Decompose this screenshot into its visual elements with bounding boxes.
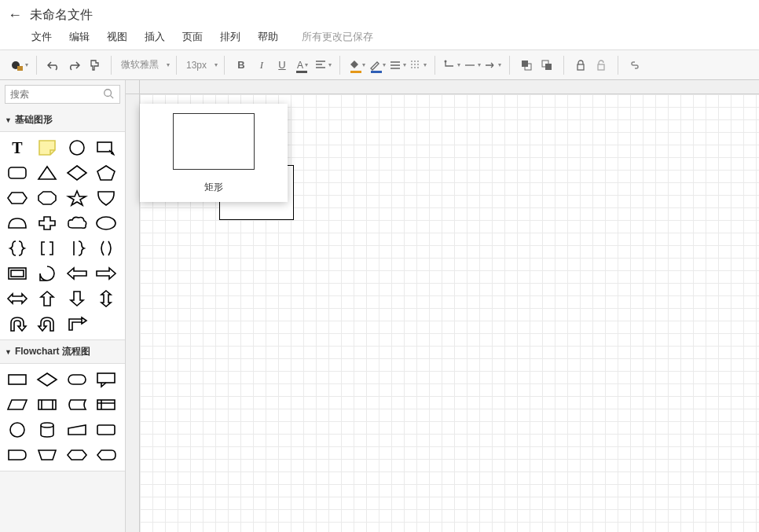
shape-text[interactable]: T [5, 138, 30, 157]
shape-octagon[interactable] [35, 189, 60, 207]
shape-uturn-left[interactable] [5, 314, 30, 333]
shape-data[interactable] [5, 395, 30, 414]
tooltip-rectangle-preview [173, 113, 255, 170]
shape-roundrect[interactable] [5, 163, 30, 182]
shape-star[interactable] [64, 189, 90, 207]
shape-triangle[interactable] [35, 163, 60, 182]
menu-help[interactable]: 帮助 [258, 30, 278, 44]
shape-terminator[interactable] [64, 370, 90, 389]
shape-cloud[interactable] [64, 214, 90, 233]
category-flowchart[interactable]: ▼ Flowchart 流程图 [0, 340, 125, 363]
shape-arrow-down[interactable] [64, 289, 90, 308]
shape-uturn-right[interactable] [35, 314, 60, 333]
link-button[interactable] [625, 55, 645, 75]
back-arrow-icon[interactable]: ← [8, 7, 22, 24]
shape-bracket[interactable] [35, 239, 60, 258]
menu-file[interactable]: 文件 [31, 30, 52, 44]
text-color-button[interactable]: A▾ [292, 55, 313, 75]
shape-arrow-right[interactable] [94, 264, 119, 283]
font-family-select[interactable] [118, 58, 165, 72]
shape-corner-arrow[interactable] [64, 314, 90, 333]
stroke-color-button[interactable]: ▾ [367, 55, 387, 75]
ruler-vertical[interactable] [126, 94, 140, 532]
shape-note[interactable] [35, 138, 60, 157]
lock-button[interactable] [570, 55, 591, 75]
shape-internal-storage[interactable] [94, 395, 119, 414]
toolbar-separator [111, 56, 112, 75]
menu-page[interactable]: 页面 [182, 30, 203, 44]
shape-arrow-updown[interactable] [94, 289, 119, 308]
shape-brace-single[interactable] [64, 239, 90, 258]
font-size-select[interactable] [183, 58, 213, 72]
text-align-button[interactable]: ▾ [313, 55, 333, 75]
shape-circle[interactable] [64, 138, 90, 157]
line-style-button[interactable]: ▾ [387, 55, 408, 75]
app-header: ← 未命名文件 文件 编辑 视图 插入 页面 排列 帮助 所有更改已保存 [0, 0, 759, 50]
connector-type-button[interactable]: ▾ [442, 55, 462, 75]
chevron-down-icon: ▾ [214, 61, 218, 68]
shape-arrow-left[interactable] [64, 264, 90, 283]
shape-cross[interactable] [35, 214, 60, 233]
bring-front-button[interactable] [516, 55, 537, 75]
toolbar: ▾ ▾ ▾ B I U A▾ ▾ ▾ ▾ ▾ ▾ ▾ ▾ ▾ [0, 50, 759, 80]
line-dash-button[interactable]: ▾ [408, 55, 428, 75]
undo-button[interactable] [43, 55, 64, 75]
category-basic-shapes[interactable]: ▼ 基础图形 [0, 108, 125, 131]
shape-insert-button[interactable]: ▾ [9, 55, 30, 75]
shape-ellipse[interactable] [94, 214, 119, 233]
category-label: 基础图形 [15, 113, 53, 127]
shape-manual-input[interactable] [64, 420, 90, 439]
chevron-down-icon: ▼ [5, 348, 12, 356]
shape-process[interactable] [5, 370, 30, 389]
bold-button[interactable]: B [231, 55, 251, 75]
shape-teardrop[interactable] [35, 264, 60, 283]
shape-manual-op[interactable] [35, 446, 60, 464]
shape-decision[interactable] [35, 370, 60, 389]
line-end-button[interactable]: ▾ [482, 55, 503, 75]
shape-card[interactable] [94, 420, 119, 439]
search-input[interactable] [5, 85, 120, 104]
shape-hexagon[interactable] [5, 189, 30, 207]
svg-rect-17 [9, 375, 26, 384]
shape-arrow-leftright[interactable] [5, 289, 30, 308]
format-painter-button[interactable] [84, 55, 104, 75]
underline-button[interactable]: U [272, 55, 292, 75]
shape-database[interactable] [35, 420, 60, 439]
menu-edit[interactable]: 编辑 [69, 30, 90, 44]
menu-insert[interactable]: 插入 [145, 30, 165, 44]
menu-arrange[interactable]: 排列 [220, 30, 240, 44]
svg-text:T: T [12, 139, 23, 156]
shape-display[interactable] [94, 446, 119, 464]
italic-button[interactable]: I [251, 55, 272, 75]
shape-diamond[interactable] [64, 163, 90, 182]
category-label: Flowchart 流程图 [15, 345, 90, 358]
send-back-button[interactable] [537, 55, 557, 75]
shape-connector-circle[interactable] [5, 420, 30, 439]
chevron-down-icon: ▾ [478, 61, 481, 68]
ruler-horizontal[interactable] [140, 80, 759, 94]
canvas[interactable]: 矩形 [140, 94, 759, 532]
shape-delay[interactable] [5, 446, 30, 464]
fill-color-button[interactable]: ▾ [346, 55, 367, 75]
unlock-button[interactable] [591, 55, 611, 75]
redo-button[interactable] [64, 55, 84, 75]
line-start-button[interactable]: ▾ [462, 55, 482, 75]
svg-point-11 [70, 141, 84, 155]
shape-arrow-up[interactable] [35, 289, 60, 308]
shape-pentagon[interactable] [94, 163, 119, 182]
shape-stored-data[interactable] [64, 395, 90, 414]
shape-trapezoid[interactable] [5, 214, 30, 233]
shape-preparation[interactable] [64, 446, 90, 464]
shape-shield[interactable] [94, 189, 119, 207]
shape-parens[interactable] [94, 239, 119, 258]
shape-predefined[interactable] [35, 395, 60, 414]
menu-bar: 文件 编辑 视图 插入 页面 排列 帮助 所有更改已保存 [8, 25, 751, 49]
shape-callout-rect[interactable] [94, 370, 119, 389]
shape-brace-left[interactable] [5, 239, 30, 258]
shape-frame[interactable] [5, 264, 30, 283]
document-title[interactable]: 未命名文件 [30, 7, 93, 24]
svg-rect-16 [11, 270, 24, 277]
menu-view[interactable]: 视图 [107, 30, 127, 44]
shape-rect-cursor[interactable] [94, 138, 119, 157]
svg-rect-8 [598, 64, 604, 70]
